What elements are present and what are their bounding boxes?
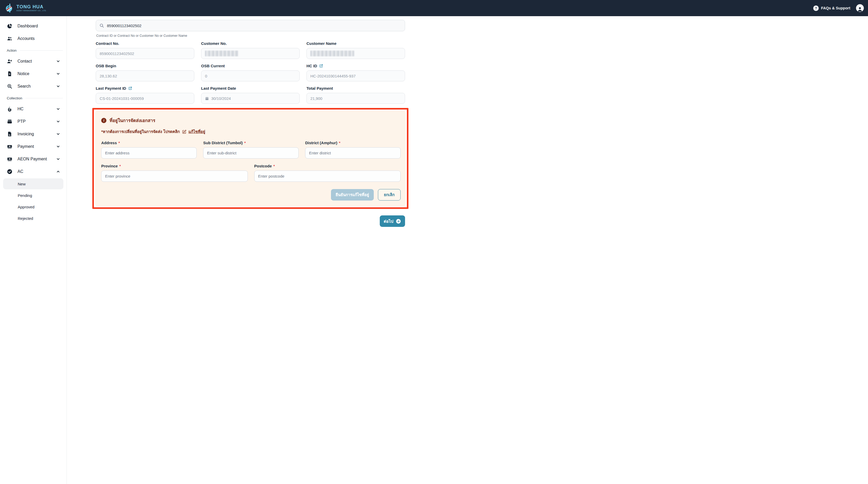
field-osb-current: OSB Current 0 [201,64,300,82]
banknote-icon [7,156,12,162]
sidebar-section-action: Action [0,45,66,55]
search-helper-text: Contract ID or Contract No or Customer N… [96,34,405,37]
sidebar-subitem-approved[interactable]: Approved [3,201,63,212]
field-label: District (Amphur) [305,140,337,145]
calendar-icon [205,96,209,100]
postcode-input[interactable] [254,170,401,182]
sidebar-item-label: Payment [18,144,51,149]
required-asterisk: * [118,140,120,145]
search-icon [99,23,104,28]
field-label: Customer Name [306,41,405,45]
chevron-down-icon [56,84,60,88]
field-contract-no: Contract No. 8590001123402502 [96,41,194,59]
invoice-document-icon [7,131,12,137]
sidebar-item-label: Invoicing [18,132,51,136]
sidebar-item-label: AEON Payment [18,157,51,161]
province-field: Province * [101,164,248,182]
info-icon: i [101,118,106,123]
sidebar-item-search[interactable]: Search [0,80,66,93]
field-label: Customer No. [201,41,300,45]
field-label: Last Payment ID [96,86,126,91]
chevron-down-icon [56,157,60,161]
arrow-right-circle-icon [396,219,401,224]
sidebar-item-invoicing[interactable]: Invoicing [0,128,66,140]
sidebar-item-hc[interactable]: HC [0,103,66,115]
sidebar-item-notice[interactable]: Notice [0,68,66,80]
document-plus-icon [7,71,12,77]
field-label: Last Payment Date [201,86,300,91]
panel-note-text: *หากต้องการเปลี่ยนที่อยู่ในการจัดส่ง โปร… [101,129,180,135]
sidebar-subitem-new[interactable]: New [3,179,63,189]
chevron-down-icon [56,120,60,124]
sidebar-item-dashboard[interactable]: Dashboard [0,20,66,32]
postcode-field: Postcode * [254,164,401,182]
next-button[interactable]: ต่อไป [380,216,405,227]
osb-current-value: 0 [201,70,300,82]
tonghua-logo-icon [5,3,14,13]
chevron-down-icon [56,72,60,76]
redacted-value [310,51,354,56]
search-input[interactable] [96,20,405,31]
redacted-value [205,51,238,56]
address-input[interactable] [101,147,197,159]
field-customer-no: Customer No. [201,41,300,59]
field-label: HC ID [306,64,317,68]
address-field: Address * [101,140,197,159]
field-label: Total Payment [306,86,405,91]
sidebar: Dashboard Accounts Action Contact Notice… [0,16,67,242]
sidebar-item-label: Notice [18,71,51,76]
sub-district-input[interactable] [203,147,299,159]
edit-address-link[interactable]: แก้ไขที่อยู่ [182,129,205,135]
field-customer-name: Customer Name [306,41,405,59]
sidebar-item-label: Dashboard [18,24,60,28]
sub-district-field: Sub District (Tumbol) * [203,140,299,159]
confirm-address-edit-button[interactable]: ยืนยันการแก้ไขที่อยู่ [331,189,374,200]
sidebar-subitem-pending[interactable]: Pending [3,190,63,201]
field-label: Postcode [254,164,272,168]
people-icon [7,36,12,41]
field-osb-begin: OSB Begin 28,130.62 [96,64,194,82]
cancel-button[interactable]: ยกเลิก [378,189,401,200]
contract-no-value: 8590001123402502 [96,48,194,59]
sidebar-item-ptp[interactable]: PTP [0,115,66,128]
sidebar-item-label: Contact [18,59,51,64]
province-input[interactable] [101,170,248,182]
external-link-icon[interactable] [128,86,132,91]
district-field: District (Amphur) * [305,140,401,159]
required-asterisk: * [273,164,275,168]
required-asterisk: * [119,164,121,168]
sidebar-section-collection: Collection [0,93,66,103]
sidebar-item-label: Accounts [18,36,60,41]
sidebar-subitem-rejected[interactable]: Rejected [3,213,63,224]
customer-no-value [201,48,300,59]
sidebar-item-label: HC [18,107,51,111]
brand-logo: TONG HUA ASSET MANAGEMENT CO., LTD. [5,3,47,13]
osb-begin-value: 28,130.62 [96,70,194,82]
date-text: 30/10/2024 [211,96,231,101]
delivery-address-panel: i ที่อยู่ในการจัดส่งเอกสาร *หากต้องการเป… [95,110,406,206]
hc-id-value: HC-20241030144455-937 [306,70,405,82]
last-payment-date-value: 30/10/2024 [201,93,300,104]
sidebar-item-aeon-payment[interactable]: AEON Payment [0,153,66,165]
field-label: Sub District (Tumbol) [203,140,243,145]
external-link-icon[interactable] [319,64,323,68]
next-button-label: ต่อไป [384,218,393,225]
sidebar-item-payment[interactable]: Payment [0,140,66,153]
sidebar-item-contact[interactable]: Contact [0,55,66,68]
field-last-payment-id: Last Payment ID CS-01-20241031-000059 [96,86,194,104]
chevron-down-icon [56,144,60,149]
field-label: OSB Current [201,64,300,68]
field-label: Contract No. [96,41,194,45]
district-input[interactable] [305,147,401,159]
top-header: TONG HUA ASSET MANAGEMENT CO., LTD. ? FA… [0,0,434,16]
main-content: Contract ID or Contract No or Customer N… [67,16,434,235]
sidebar-item-label: AC [18,169,51,174]
chevron-down-icon [56,132,60,136]
required-asterisk: * [244,140,246,145]
field-hc-id: HC ID HC-20241030144455-937 [306,64,405,82]
annotation-highlight-box: i ที่อยู่ในการจัดส่งเอกสาร *หากต้องการเป… [92,108,408,209]
sidebar-item-label: Search [18,84,51,89]
sidebar-item-accounts[interactable]: Accounts [0,32,66,45]
field-label: Address [101,140,117,145]
sidebar-item-ac[interactable]: AC [0,165,66,178]
